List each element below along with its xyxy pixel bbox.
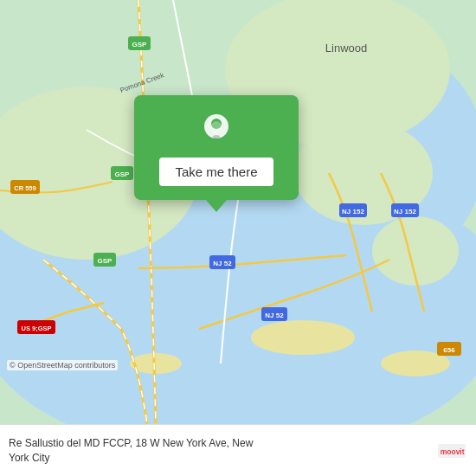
take-me-there-button[interactable]: Take me there (159, 158, 273, 186)
location-pin-icon (197, 111, 235, 149)
svg-point-9 (251, 320, 355, 355)
popup-card: Take me there (134, 95, 299, 200)
svg-text:moovit: moovit (441, 447, 465, 455)
moovit-logo: moovit (438, 437, 466, 465)
svg-text:Linwood: Linwood (325, 42, 367, 55)
svg-point-38 (213, 135, 220, 138)
osm-attribution: © OpenStreetMap contributors (7, 360, 118, 370)
svg-text:NJ 152: NJ 152 (342, 208, 364, 215)
svg-text:NJ 152: NJ 152 (394, 208, 416, 215)
svg-text:GSP: GSP (115, 170, 131, 178)
svg-text:GSP: GSP (132, 41, 148, 48)
moovit-logo-icon: moovit (438, 437, 466, 465)
svg-text:NJ 52: NJ 52 (265, 312, 284, 319)
svg-text:656: 656 (443, 346, 455, 354)
svg-text:US 9;GSP: US 9;GSP (21, 325, 51, 332)
svg-text:GSP: GSP (98, 257, 113, 265)
svg-text:NJ 52: NJ 52 (213, 260, 232, 267)
bottom-bar: Re Sallustio del MD FCCP, 18 W New York … (0, 424, 476, 476)
popup-triangle (206, 200, 227, 212)
map-container: GSP GSP GSP NJ 52 NJ 52 NJ 152 NJ 152 CR… (0, 0, 476, 424)
svg-text:CR 559: CR 559 (14, 184, 35, 192)
address-text: Re Sallustio del MD FCCP, 18 W New York … (9, 436, 438, 466)
